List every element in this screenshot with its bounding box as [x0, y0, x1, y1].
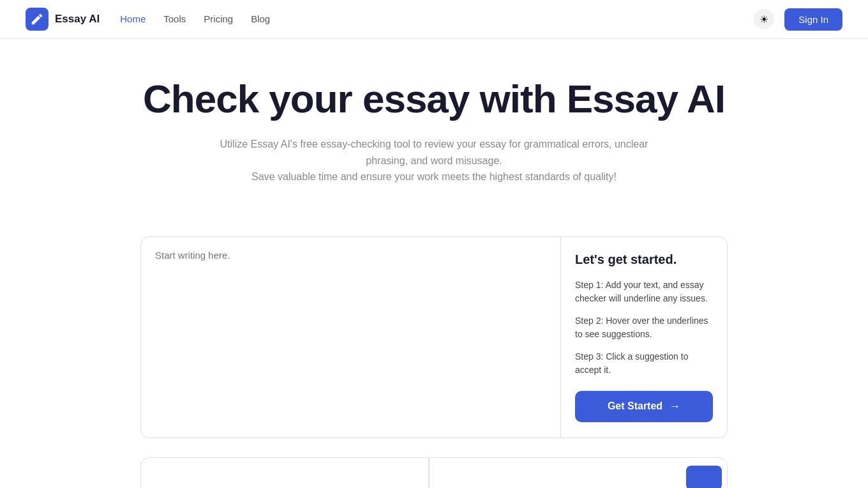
bottom-left-card — [140, 457, 429, 488]
essay-input[interactable] — [155, 250, 546, 425]
sign-in-button[interactable]: Sign In — [784, 8, 842, 31]
hero-section: Check your essay with Essay AI Utilize E… — [0, 39, 868, 236]
checker-step2: Step 2: Hover over the underlines to see… — [575, 314, 713, 341]
brand-logo-link[interactable]: Essay AI — [26, 8, 100, 31]
arrow-right-icon: → — [669, 400, 680, 413]
checker-sidebar: Let's get started. Step 1: Add your text… — [561, 237, 727, 438]
nav-link-pricing[interactable]: Pricing — [204, 13, 233, 24]
textarea-area — [141, 237, 561, 438]
nav-links: Home Tools Pricing Blog — [120, 13, 270, 25]
navbar: Essay AI Home Tools Pricing Blog ☀ Sign … — [0, 0, 868, 39]
hero-subtitle-line1: Utilize Essay AI's free essay-checking t… — [220, 139, 648, 166]
nav-item-pricing[interactable]: Pricing — [204, 13, 233, 25]
checker-card: Let's get started. Step 1: Add your text… — [140, 236, 728, 438]
get-started-button[interactable]: Get Started → — [575, 391, 713, 422]
navbar-right: ☀ Sign In — [754, 8, 842, 31]
nav-item-blog[interactable]: Blog — [251, 13, 270, 25]
bottom-right-card — [429, 457, 728, 488]
brand-logo-icon — [26, 8, 49, 31]
navbar-left: Essay AI Home Tools Pricing Blog — [26, 8, 270, 31]
nav-item-tools[interactable]: Tools — [163, 13, 186, 25]
checker-step3: Step 3: Click a suggestion to accept it. — [575, 350, 713, 377]
checker-step1: Step 1: Add your text, and essay checker… — [575, 278, 713, 305]
nav-link-blog[interactable]: Blog — [251, 13, 270, 24]
hero-subtitle-line2: Save valuable time and ensure your work … — [251, 171, 617, 182]
get-started-label: Get Started — [608, 400, 662, 412]
brand-name: Essay AI — [55, 13, 100, 26]
pencil-icon — [30, 12, 44, 26]
nav-link-tools[interactable]: Tools — [163, 13, 186, 24]
bottom-action-button[interactable] — [686, 466, 722, 488]
theme-toggle-button[interactable]: ☀ — [754, 9, 774, 29]
bottom-partial-section — [140, 457, 728, 488]
nav-item-home[interactable]: Home — [120, 13, 146, 25]
hero-subtitle: Utilize Essay AI's free essay-checking t… — [217, 136, 651, 185]
sun-icon: ☀ — [760, 13, 768, 26]
hero-title: Check your essay with Essay AI — [26, 77, 842, 121]
nav-link-home[interactable]: Home — [120, 13, 146, 24]
sidebar-title: Let's get started. — [575, 252, 713, 267]
